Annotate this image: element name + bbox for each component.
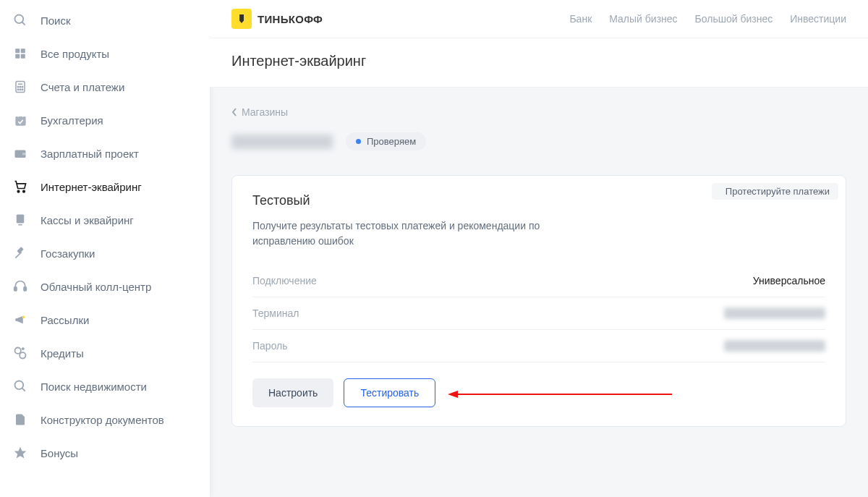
nav-link-bank[interactable]: Банк: [569, 13, 592, 25]
svg-rect-2: [15, 48, 20, 53]
sidebar-item-bonuses[interactable]: Бонусы: [0, 436, 210, 470]
brand-logo[interactable]: ТИНЬКОФФ: [231, 9, 323, 29]
terminal-value-redacted: [724, 307, 825, 319]
row-value: Универсальное: [753, 275, 825, 286]
card-description: Получите результаты тестовых платежей и …: [252, 218, 585, 249]
sidebar-item-label: Облачный колл-центр: [41, 281, 151, 293]
nav-link-large-biz[interactable]: Большой бизнес: [695, 13, 773, 25]
row-password: Пароль: [252, 330, 825, 362]
svg-point-27: [22, 315, 25, 318]
top-nav: Банк Малый бизнес Большой бизнес Инвести…: [569, 13, 846, 25]
sidebar-item-accounts[interactable]: Счета и платежи: [0, 70, 210, 103]
topbar: ТИНЬКОФФ Банк Малый бизнес Большой бизне…: [210, 0, 868, 38]
svg-marker-36: [448, 391, 458, 398]
status-badge-checking: Проверяем: [346, 132, 426, 150]
shop-name-redacted: [231, 135, 333, 149]
row-key: Терминал: [252, 307, 299, 319]
sidebar-item-label: Кредиты: [41, 347, 84, 360]
sidebar-item-label: Бонусы: [41, 447, 78, 459]
test-button[interactable]: Тестировать: [344, 378, 435, 407]
status-dot-icon: [356, 139, 361, 144]
svg-point-0: [15, 15, 24, 24]
svg-line-1: [22, 22, 25, 25]
nav-link-small-biz[interactable]: Малый бизнес: [609, 13, 677, 25]
sidebar-item-real-estate-search[interactable]: Поиск недвижимости: [0, 370, 210, 403]
cart-icon: [13, 179, 27, 194]
svg-rect-3: [21, 48, 25, 53]
sidebar-item-payroll[interactable]: Зарплатный проект: [0, 137, 210, 170]
annotation-arrow-icon: [448, 390, 672, 399]
main-content: ТИНЬКОФФ Банк Малый бизнес Большой бизне…: [210, 0, 868, 497]
star-icon: [13, 446, 27, 460]
svg-point-19: [17, 190, 20, 192]
svg-point-11: [17, 89, 19, 90]
svg-rect-5: [21, 54, 25, 59]
gavel-icon: [13, 246, 27, 260]
logo-shield-icon: [231, 9, 252, 29]
sidebar-item-label: Госзакупки: [41, 247, 95, 260]
headset-icon: [13, 279, 27, 294]
breadcrumb-back[interactable]: Магазины: [231, 106, 846, 118]
svg-marker-34: [14, 447, 27, 459]
sidebar-item-label: Поиск недвижимости: [41, 381, 147, 393]
sidebar-item-label: Все продукты: [41, 48, 109, 60]
svg-point-10: [22, 86, 23, 88]
terminal-card: Протестируйте платежи Тестовый Получите …: [231, 175, 846, 427]
breadcrumb-label: Магазины: [242, 106, 288, 118]
svg-rect-22: [18, 224, 22, 226]
svg-rect-14: [15, 116, 25, 125]
chevron-left-icon: [231, 108, 237, 116]
sidebar: Поиск Все продукты Счета и платежи Бухга…: [0, 0, 210, 497]
calendar-icon: [13, 113, 27, 127]
wallet-icon: [13, 146, 27, 161]
svg-rect-21: [17, 215, 25, 224]
sidebar-item-label: Зарплатный проект: [41, 148, 139, 160]
nav-link-investments[interactable]: Инвестиции: [790, 13, 846, 25]
row-connection: Подключение Универсальное: [252, 265, 825, 297]
status-label: Проверяем: [367, 136, 416, 147]
sidebar-item-cloud-callcenter[interactable]: Облачный колл-центр: [0, 270, 210, 303]
sidebar-item-credits[interactable]: Кредиты: [0, 336, 210, 370]
row-terminal: Терминал: [252, 297, 825, 330]
card-badge-label: Протестируйте платежи: [726, 186, 830, 197]
content-area: Магазины Проверяем Протестируйте платежи…: [210, 88, 868, 497]
document-icon: [13, 412, 27, 427]
svg-point-32: [15, 381, 24, 390]
sidebar-item-gov-procurement[interactable]: Госзакупки: [0, 237, 210, 270]
svg-line-33: [22, 388, 25, 391]
calculator-icon: [13, 80, 27, 94]
search-icon: [13, 13, 27, 27]
card-actions: Настроить Тестировать: [252, 378, 825, 407]
svg-line-24: [15, 252, 21, 258]
configure-button[interactable]: Настроить: [252, 378, 333, 407]
sidebar-item-all-products[interactable]: Все продукты: [0, 37, 210, 70]
sidebar-item-doc-builder[interactable]: Конструктор документов: [0, 403, 210, 436]
megaphone-icon: [13, 313, 27, 327]
link-icon: [13, 346, 27, 360]
sidebar-item-search[interactable]: Поиск: [0, 4, 210, 37]
card-hint-badge: Протестируйте платежи: [712, 183, 838, 200]
sidebar-item-pos-acquiring[interactable]: Кассы и эквайринг: [0, 203, 210, 237]
sidebar-item-accounting[interactable]: Бухгалтерия: [0, 103, 210, 137]
svg-point-13: [22, 89, 23, 90]
row-key: Подключение: [252, 275, 317, 286]
sidebar-item-label: Интернет-эквайринг: [41, 181, 142, 193]
svg-rect-4: [15, 54, 20, 59]
svg-point-29: [20, 352, 25, 358]
shop-header: Проверяем: [231, 132, 846, 150]
search-house-icon: [13, 379, 27, 394]
password-value-redacted: [724, 340, 825, 352]
sidebar-item-label: Поиск: [41, 14, 71, 27]
sidebar-item-label: Конструктор документов: [41, 414, 164, 426]
svg-point-28: [15, 348, 21, 354]
svg-point-9: [20, 86, 21, 88]
svg-rect-18: [22, 153, 26, 155]
sidebar-item-label: Счета и платежи: [41, 81, 124, 93]
sidebar-item-label: Кассы и эквайринг: [41, 214, 134, 226]
svg-rect-26: [24, 287, 26, 291]
sidebar-item-mailings[interactable]: Рассылки: [0, 303, 210, 336]
sidebar-item-internet-acquiring[interactable]: Интернет-эквайринг: [0, 170, 210, 203]
sidebar-item-label: Рассылки: [41, 314, 89, 326]
sidebar-item-label: Бухгалтерия: [41, 114, 103, 127]
svg-point-20: [23, 190, 25, 192]
